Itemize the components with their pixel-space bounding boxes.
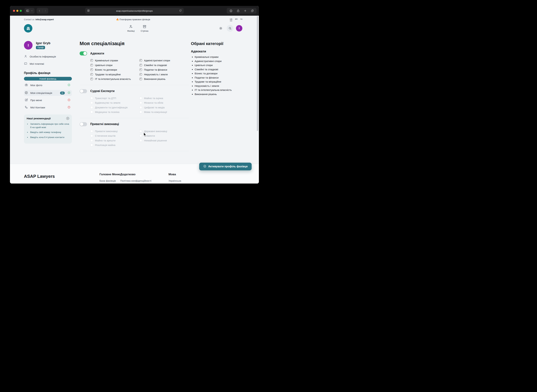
contact-email[interactable]: info@asap.expert (35, 18, 54, 21)
search-icon[interactable] (227, 25, 233, 32)
downloads-icon[interactable] (229, 9, 233, 13)
footer-link[interactable]: База фахівців (99, 179, 120, 182)
sidebar-item-about-me[interactable]: Про мене (24, 98, 72, 103)
forward-button[interactable] (44, 9, 47, 12)
sidebar-item-my-photo[interactable]: Моє фото (24, 83, 72, 88)
checkbox-unchecked[interactable] (140, 135, 142, 137)
close-window-button[interactable] (13, 10, 15, 12)
checkbox-unchecked[interactable] (140, 111, 142, 113)
chevron-down-icon[interactable] (31, 10, 33, 12)
checkbox-item[interactable]: Фінанси та облік (140, 100, 188, 105)
checkbox-checked[interactable] (90, 68, 93, 71)
checkbox-checked[interactable] (140, 73, 142, 76)
checkbox-checked[interactable] (140, 64, 142, 66)
activate-profile-button[interactable]: Активувати профіль фахівця (199, 163, 252, 170)
checkbox-item[interactable]: Немайнові рішення (140, 138, 188, 143)
user-avatar[interactable]: I (236, 25, 242, 32)
share-icon[interactable] (237, 9, 240, 12)
checkbox-checked[interactable] (140, 59, 142, 62)
sidebar-avatar[interactable]: I (24, 41, 33, 50)
checkbox-item[interactable]: Медицина та психіка (90, 110, 140, 114)
selected-category-item: Кримінальні справи (195, 56, 235, 58)
checkbox-unchecked[interactable] (90, 106, 93, 109)
checkbox-checked[interactable] (90, 59, 93, 62)
new-specialist-status-button[interactable]: Новий фахівець (24, 77, 72, 80)
checkbox-item[interactable]: Нерухомість і земля (140, 72, 188, 77)
checkbox-checked[interactable] (90, 64, 93, 66)
checkbox-unchecked[interactable] (90, 102, 93, 104)
language-option-en[interactable]: en (235, 18, 237, 21)
reload-icon[interactable] (179, 9, 182, 12)
checkbox-item[interactable]: Податки та фінанси (140, 67, 188, 72)
checkbox-unchecked[interactable] (90, 130, 93, 132)
recommendation-item[interactable]: Заповніть інформацію про себе хоча б на … (30, 122, 69, 129)
checkbox-item[interactable]: Мова та комунікації (140, 110, 188, 114)
checkbox-item[interactable]: Адміністративні спори (140, 58, 188, 63)
group-toggle[interactable] (80, 51, 87, 56)
group-toggle[interactable] (80, 122, 87, 126)
checkbox-item[interactable]: Аліменти (140, 134, 188, 138)
nav-item-specialists[interactable]: Фахівці (127, 25, 135, 32)
checkbox-item[interactable]: Бізнес та договори (90, 67, 140, 72)
selected-category-item: Сімейні та спадкові (195, 68, 235, 71)
help-icon[interactable]: ? (66, 117, 69, 120)
checkbox-item[interactable]: Реалізація майна (90, 143, 140, 147)
checkbox-item[interactable]: Цивільні спори (90, 63, 140, 68)
checkbox-item[interactable]: Майно та оцінка (140, 96, 188, 101)
checkbox-item[interactable]: Трудове та міграційне (90, 72, 140, 77)
checkbox-checked[interactable] (140, 68, 142, 71)
page-scrollbar[interactable] (257, 16, 258, 131)
sidebar-toggle-icon[interactable] (26, 9, 29, 12)
group-toggle[interactable] (80, 89, 87, 93)
footer-link[interactable]: Політика конфіденційності (120, 179, 169, 182)
checkbox-checked[interactable] (90, 78, 93, 80)
language-option-ua[interactable]: ua (230, 18, 232, 21)
checkbox-unchecked[interactable] (90, 111, 93, 113)
asap-logo[interactable]: a (24, 24, 32, 33)
checkbox-unchecked[interactable] (90, 139, 93, 142)
checkbox-checked[interactable] (90, 73, 93, 76)
checkbox-item[interactable]: Приватні виконавці (90, 129, 140, 134)
theme-toggle-sun-icon[interactable] (217, 25, 224, 32)
checkbox-item[interactable]: Документи та ідентифікація (90, 105, 140, 110)
checkbox-unchecked[interactable] (140, 97, 142, 99)
checkbox-item[interactable]: Державні виконавці (140, 129, 188, 134)
recommendation-item[interactable]: Введіть свій номер телефону (30, 131, 69, 134)
sidebar-item-payments[interactable]: Мої платежі (24, 61, 72, 66)
checkbox-checked[interactable] (140, 78, 142, 80)
address-bar[interactable]: asap.expert/ua/account/profile/groups (85, 8, 184, 14)
language-option-ru[interactable]: ru (240, 18, 242, 21)
page-settings-icon[interactable] (87, 9, 90, 12)
zoom-window-button[interactable] (20, 10, 22, 12)
checkbox-item[interactable]: Майно та арешти (90, 138, 140, 143)
checkbox-unchecked[interactable] (140, 102, 142, 104)
checkbox-item[interactable]: Будівництво та земля (90, 100, 140, 105)
sidebar-item-my-contacts[interactable]: Мої Контаки (24, 105, 72, 110)
specialization-group: Приватні виконавціПриватні виконавціСтяг… (80, 122, 188, 151)
checkbox-item[interactable]: Цифрові та медіа (140, 105, 188, 110)
nav-item-feed[interactable]: Стрічка (141, 25, 148, 32)
footer-column: ДодатковоПолітика конфіденційності (120, 173, 169, 183)
checkbox-grid: Транспорт та ДТПБудівництво та земляДоку… (80, 96, 188, 114)
sidebar-item-personal-info[interactable]: Особиста інформація (24, 54, 72, 59)
checkbox-item[interactable]: Виконання рішень (140, 77, 188, 81)
checkbox-item[interactable]: Стягнення коштів (90, 134, 140, 138)
checkbox-unchecked[interactable] (140, 130, 142, 132)
checkbox-item[interactable]: ІТ та інтелектуальна власність (90, 77, 140, 81)
back-button[interactable] (38, 9, 41, 12)
recommendation-item[interactable]: Введіть хоча б 4 різних контакти (30, 136, 69, 139)
checkbox-unchecked[interactable] (90, 144, 93, 146)
checkbox-item[interactable]: Кримінальні справи (90, 58, 140, 63)
footer-link[interactable]: Українська (169, 179, 219, 182)
checkbox-unchecked[interactable] (140, 106, 142, 109)
checkbox-item[interactable]: Сімейні та спадкові (140, 63, 188, 68)
recommendations-title: Наші рекомендації (27, 117, 51, 120)
checkbox-unchecked[interactable] (140, 139, 142, 142)
new-tab-icon[interactable] (244, 9, 247, 12)
minimize-window-button[interactable] (16, 10, 18, 12)
checkbox-unchecked[interactable] (90, 135, 93, 137)
sidebar-item-my-specialization[interactable]: Моя спеціалізація 11 (24, 90, 72, 96)
checkbox-item[interactable]: Транспорт та ДТП (90, 96, 140, 101)
checkbox-unchecked[interactable] (90, 97, 93, 99)
tab-overview-icon[interactable] (251, 9, 254, 12)
